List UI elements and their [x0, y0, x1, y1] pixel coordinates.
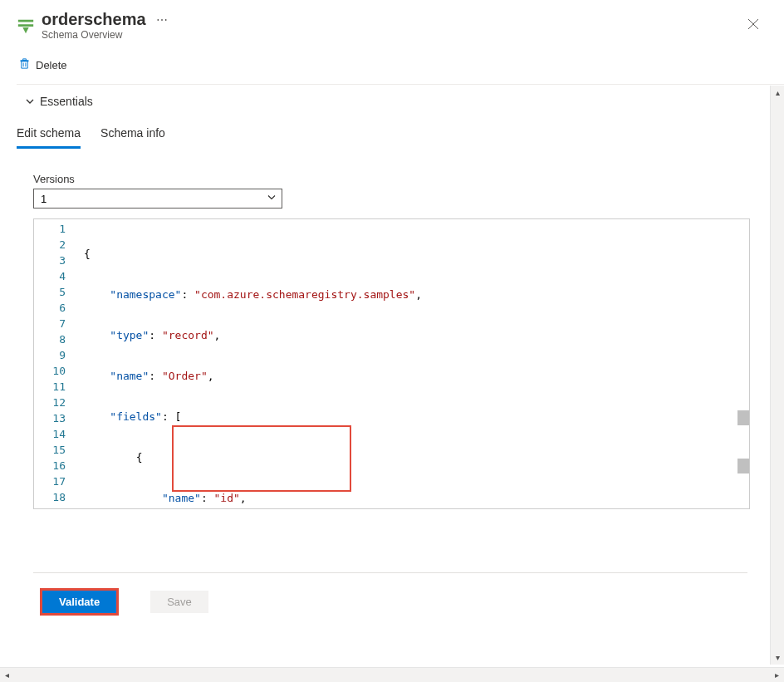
essentials-label: Essentials: [40, 95, 93, 108]
versions-label: Versions: [33, 173, 784, 185]
page-subtitle: Schema Overview: [42, 29, 169, 41]
horizontal-scrollbar[interactable]: ◂ ▸: [0, 667, 784, 682]
schema-icon: [17, 17, 33, 34]
more-actions-button[interactable]: ⋯: [156, 13, 169, 27]
trash-icon: [18, 57, 31, 72]
tab-schema-info[interactable]: Schema info: [100, 120, 165, 149]
close-button[interactable]: [744, 15, 762, 37]
code-editor[interactable]: 1 2 3 4 5 6 7 8 9 10 11 12 13 14 15 16 1…: [33, 218, 750, 509]
svg-rect-1: [18, 24, 33, 27]
tab-edit-schema[interactable]: Edit schema: [17, 120, 81, 149]
close-icon: [747, 18, 759, 30]
delete-button[interactable]: Delete: [17, 54, 69, 76]
scroll-left-arrow[interactable]: ◂: [0, 668, 14, 682]
line-gutter: 1 2 3 4 5 6 7 8 9 10 11 12 13 14 15 16 1…: [34, 219, 77, 508]
highlight-annotation: Validate: [40, 588, 119, 616]
code-content[interactable]: { "namespace": "com.azure.schemaregistry…: [77, 219, 749, 508]
page-title: orderschema: [42, 10, 146, 29]
svg-rect-0: [18, 19, 33, 22]
scroll-right-arrow[interactable]: ▸: [770, 668, 784, 682]
editor-minimap[interactable]: [737, 219, 749, 508]
delete-label: Delete: [36, 59, 67, 71]
scroll-up-arrow[interactable]: ▴: [771, 86, 784, 100]
vertical-scrollbar[interactable]: ▴ ▾: [770, 86, 784, 665]
validate-button[interactable]: Validate: [42, 591, 116, 613]
scroll-down-arrow[interactable]: ▾: [771, 650, 784, 665]
essentials-toggle[interactable]: Essentials: [25, 95, 784, 115]
save-button: Save: [150, 591, 208, 613]
chevron-down-icon: [25, 96, 35, 106]
versions-select[interactable]: 1: [33, 189, 282, 209]
